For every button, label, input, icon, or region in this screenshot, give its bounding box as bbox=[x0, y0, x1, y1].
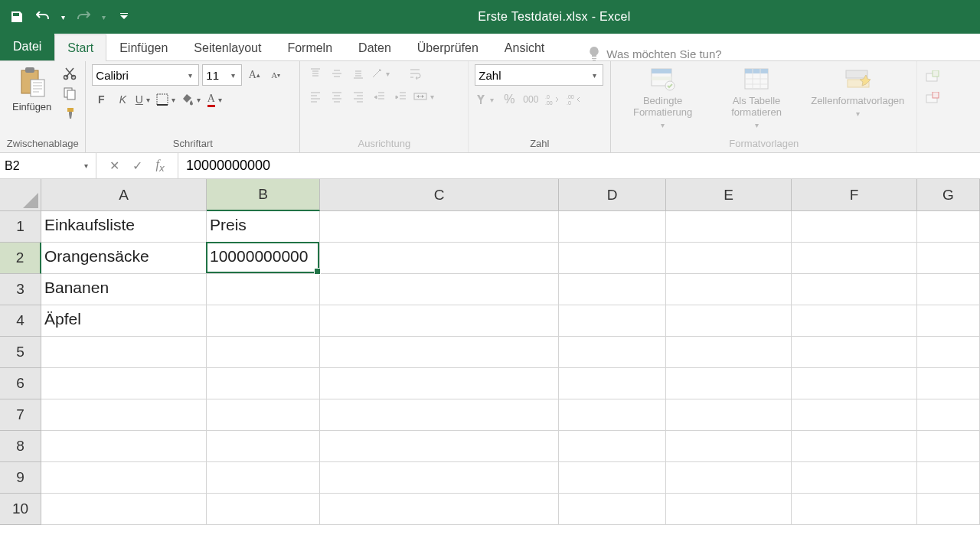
cell-A4[interactable]: Äpfel bbox=[41, 305, 207, 337]
cell-B10[interactable] bbox=[207, 494, 320, 525]
conditional-formatting[interactable]: Bedingte Formatierung ▾ bbox=[617, 64, 708, 132]
shrink-font[interactable]: A▾ bbox=[266, 66, 285, 84]
wrap-text[interactable] bbox=[407, 64, 425, 83]
col-header-A[interactable]: A bbox=[41, 179, 207, 211]
cell-G2[interactable] bbox=[917, 243, 980, 274]
paste-button[interactable]: Einfügen bbox=[6, 64, 57, 116]
cell-A10[interactable] bbox=[41, 494, 207, 525]
cell-F8[interactable] bbox=[792, 431, 917, 462]
row-header-5[interactable]: 5 bbox=[0, 337, 41, 368]
cell-G4[interactable] bbox=[917, 305, 980, 337]
cell-A5[interactable] bbox=[41, 337, 207, 368]
row-header-3[interactable]: 3 bbox=[0, 274, 41, 305]
increase-decimal[interactable]: .0.00 bbox=[543, 90, 561, 109]
cell-F9[interactable] bbox=[792, 462, 917, 494]
align-top[interactable] bbox=[306, 64, 325, 83]
bold-button[interactable]: F bbox=[92, 90, 110, 109]
formula-input[interactable] bbox=[186, 158, 972, 174]
insert-cells[interactable] bbox=[923, 67, 942, 86]
border-button[interactable]: ▾ bbox=[156, 90, 178, 109]
orientation[interactable]: ▾ bbox=[371, 64, 393, 83]
cell-B1[interactable]: Preis bbox=[207, 211, 320, 243]
cell-D2[interactable] bbox=[559, 243, 666, 274]
cell-D1[interactable] bbox=[559, 211, 666, 243]
align-bottom[interactable] bbox=[349, 64, 368, 83]
cell-styles[interactable]: Zellenformatvorlagen ▾ bbox=[805, 64, 910, 121]
row-header-7[interactable]: 7 bbox=[0, 399, 41, 431]
col-header-F[interactable]: F bbox=[792, 179, 917, 211]
tab-insert[interactable]: Einfügen bbox=[106, 34, 181, 61]
col-header-B[interactable]: B bbox=[207, 179, 320, 211]
cell-F5[interactable] bbox=[792, 337, 917, 368]
row-header-10[interactable]: 10 bbox=[0, 494, 41, 525]
cell-D9[interactable] bbox=[559, 462, 666, 494]
cell-G3[interactable] bbox=[917, 274, 980, 305]
row-header-2[interactable]: 2 bbox=[0, 243, 41, 274]
cell-G10[interactable] bbox=[917, 494, 980, 525]
copy-button[interactable] bbox=[60, 84, 79, 103]
cell-F6[interactable] bbox=[792, 368, 917, 399]
cell-B3[interactable] bbox=[207, 274, 320, 305]
cell-G8[interactable] bbox=[917, 431, 980, 462]
cell-E9[interactable] bbox=[666, 462, 792, 494]
cell-D4[interactable] bbox=[559, 305, 666, 337]
delete-cells[interactable] bbox=[923, 89, 942, 107]
fill-color-button[interactable]: ▾ bbox=[181, 90, 204, 109]
cell-G7[interactable] bbox=[917, 399, 980, 431]
cut-button[interactable] bbox=[60, 64, 79, 83]
cell-C3[interactable] bbox=[320, 274, 559, 305]
tab-formulas[interactable]: Formeln bbox=[274, 34, 345, 61]
decrease-indent[interactable] bbox=[371, 87, 389, 106]
number-format-input[interactable] bbox=[479, 69, 590, 82]
tab-view[interactable]: Ansicht bbox=[492, 34, 557, 61]
undo-button[interactable] bbox=[32, 6, 54, 28]
cell-D5[interactable] bbox=[559, 337, 666, 368]
cell-B2[interactable]: 10000000000 bbox=[207, 243, 320, 274]
cell-E10[interactable] bbox=[666, 494, 792, 525]
font-size-input[interactable] bbox=[206, 69, 228, 82]
cell-A3[interactable]: Bananen bbox=[41, 274, 207, 305]
cell-F10[interactable] bbox=[792, 494, 917, 525]
underline-dd[interactable]: ▾ bbox=[143, 96, 153, 104]
row-header-9[interactable]: 9 bbox=[0, 462, 41, 494]
grow-font[interactable]: A▴ bbox=[245, 66, 263, 84]
cell-G6[interactable] bbox=[917, 368, 980, 399]
cell-G9[interactable] bbox=[917, 462, 980, 494]
cell-E1[interactable] bbox=[666, 211, 792, 243]
tab-file[interactable]: Datei bbox=[0, 32, 54, 60]
cancel-edit[interactable]: ✕ bbox=[106, 158, 122, 173]
border-dd[interactable]: ▾ bbox=[168, 96, 178, 104]
cell-A6[interactable] bbox=[41, 368, 207, 399]
cell-A9[interactable] bbox=[41, 462, 207, 494]
number-format-dd[interactable]: ▾ bbox=[590, 71, 599, 80]
font-name-input[interactable] bbox=[96, 69, 185, 82]
cell-C7[interactable] bbox=[320, 399, 559, 431]
row-header-6[interactable]: 6 bbox=[0, 368, 41, 399]
number-format-combo[interactable]: ▾ bbox=[475, 64, 603, 86]
col-header-E[interactable]: E bbox=[666, 179, 792, 211]
cell-B4[interactable] bbox=[207, 305, 320, 337]
decrease-decimal[interactable]: .00.0 bbox=[564, 90, 583, 109]
cell-F1[interactable] bbox=[792, 211, 917, 243]
cell-E3[interactable] bbox=[666, 274, 792, 305]
font-color-button[interactable]: A▾ bbox=[207, 90, 225, 109]
cell-F2[interactable] bbox=[792, 243, 917, 274]
cell-D7[interactable] bbox=[559, 399, 666, 431]
percent-format[interactable]: % bbox=[500, 90, 518, 109]
cell-E4[interactable] bbox=[666, 305, 792, 337]
cell-G5[interactable] bbox=[917, 337, 980, 368]
cell-B9[interactable] bbox=[207, 462, 320, 494]
name-box-dd[interactable]: ▾ bbox=[81, 161, 91, 170]
cell-A2[interactable]: Orangensäcke bbox=[41, 243, 207, 274]
cell-B7[interactable] bbox=[207, 399, 320, 431]
cell-E7[interactable] bbox=[666, 399, 792, 431]
insert-function[interactable]: fx bbox=[152, 158, 168, 174]
cell-G1[interactable] bbox=[917, 211, 980, 243]
cell-C1[interactable] bbox=[320, 211, 559, 243]
confirm-edit[interactable]: ✓ bbox=[129, 158, 145, 173]
merge-center[interactable]: ▾ bbox=[413, 87, 437, 106]
cell-C5[interactable] bbox=[320, 337, 559, 368]
cells-area[interactable]: EinkaufslistePreisOrangensäcke1000000000… bbox=[41, 211, 980, 525]
underline-button[interactable]: U▾ bbox=[135, 90, 153, 109]
col-header-C[interactable]: C bbox=[320, 179, 559, 211]
